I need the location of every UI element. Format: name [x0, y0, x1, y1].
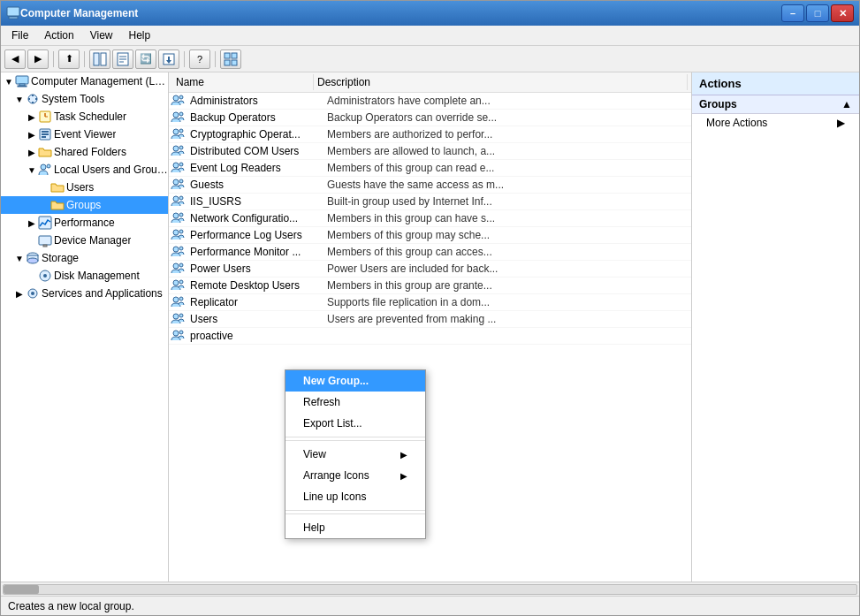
row-desc: Users are prevented from making ...: [327, 313, 691, 325]
sidebar-label-storage: Storage: [42, 252, 79, 264]
list-item[interactable]: Cryptographic Operat... Members are auth…: [169, 126, 691, 143]
properties-button[interactable]: [112, 49, 133, 69]
list-item[interactable]: Network Configuratio... Members in this …: [169, 210, 691, 227]
actions-collapse-icon[interactable]: ▲: [841, 98, 852, 110]
sidebar-item-services-apps[interactable]: ▶ Services and Applications: [1, 285, 168, 302]
expand-icon-local-users[interactable]: ▼: [26, 165, 38, 175]
list-item[interactable]: Administrators Administrators have compl…: [169, 93, 691, 110]
sidebar-item-groups[interactable]: ▶ Groups: [1, 196, 168, 214]
context-menu-item-arrange-icons[interactable]: Arrange Icons▶: [285, 465, 425, 486]
svg-rect-33: [39, 217, 51, 229]
status-bar: Creates a new local group.: [1, 596, 859, 615]
row-name: Power Users: [190, 262, 327, 275]
list-item[interactable]: Remote Desktop Users Members in this gro…: [169, 278, 691, 294]
svg-point-69: [173, 314, 179, 319]
sidebar-item-performance[interactable]: ▶ Performance: [1, 214, 168, 232]
sidebar-item-device-manager[interactable]: ▶ Device Manager: [1, 232, 168, 249]
menu-action[interactable]: Action: [37, 27, 80, 43]
svg-rect-15: [232, 60, 237, 65]
sidebar-item-event-viewer[interactable]: ▶ Event Viewer: [1, 125, 168, 143]
context-menu-item-view[interactable]: View▶: [285, 444, 425, 465]
expand-icon-performance[interactable]: ▶: [26, 218, 38, 228]
performance-icon: [38, 216, 52, 230]
list-item[interactable]: Performance Log Users Members of this gr…: [169, 227, 691, 244]
minimize-button[interactable]: –: [781, 4, 804, 22]
list-item[interactable]: IIS_IUSRS Built-in group used by Interne…: [169, 194, 691, 210]
actions-section-groups[interactable]: Groups ▲: [692, 95, 859, 114]
row-desc: Members in this group are grante...: [327, 279, 691, 292]
list-item[interactable]: Event Log Readers Members of this group …: [169, 160, 691, 177]
col-description[interactable]: Description: [314, 74, 688, 90]
sidebar-item-shared-folders[interactable]: ▶ Shared Folders: [1, 143, 168, 161]
menu-bar: File Action View Help: [1, 26, 859, 46]
expand-icon-event[interactable]: ▶: [26, 130, 38, 140]
menu-help[interactable]: Help: [122, 27, 158, 43]
refresh-button[interactable]: 🔄: [135, 49, 156, 69]
sidebar-item-computer-management[interactable]: ▼ Computer Management (Local: [1, 72, 168, 90]
expand-icon-services[interactable]: ▶: [13, 289, 26, 299]
view-button[interactable]: [220, 49, 241, 69]
export-button[interactable]: [158, 49, 179, 69]
back-button[interactable]: ◀: [4, 49, 26, 69]
row-name: Remote Desktop Users: [190, 279, 327, 292]
list-item[interactable]: Performance Monitor ... Members of this …: [169, 244, 691, 261]
list-item[interactable]: Replicator Supports file replication in …: [169, 294, 691, 311]
context-menu-item-new-group[interactable]: New Group...: [285, 370, 425, 392]
ctx-label: View: [303, 448, 326, 460]
row-name: Network Configuratio...: [190, 212, 327, 224]
svg-point-58: [179, 213, 183, 217]
expand-icon[interactable]: ▼: [3, 77, 15, 87]
scrollbar-thumb[interactable]: [4, 585, 39, 594]
help-button[interactable]: ?: [189, 49, 210, 69]
list-item[interactable]: Backup Operators Backup Operators can ov…: [169, 110, 691, 126]
expand-icon-system-tools[interactable]: ▼: [13, 95, 26, 104]
svg-point-49: [173, 146, 179, 151]
menu-view[interactable]: View: [83, 27, 120, 43]
submenu-arrow: ▶: [400, 471, 407, 481]
svg-point-32: [47, 164, 50, 168]
up-button[interactable]: ⬆: [58, 49, 80, 69]
context-menu-item-export-list[interactable]: Export List...: [285, 413, 425, 434]
list-item[interactable]: Guests Guests have the same access as m.…: [169, 177, 691, 194]
sidebar-item-disk-management[interactable]: ▶ Disk Management: [1, 267, 168, 285]
maximize-button[interactable]: □: [806, 4, 829, 22]
svg-point-57: [173, 213, 179, 218]
context-menu-item-help[interactable]: Help: [285, 517, 425, 538]
sidebar-item-local-users[interactable]: ▼ Local Users and Groups: [1, 161, 168, 179]
svg-point-59: [173, 230, 179, 235]
close-button[interactable]: ✕: [831, 4, 854, 22]
col-name[interactable]: Name: [172, 74, 314, 90]
svg-point-55: [173, 196, 179, 202]
actions-more-actions[interactable]: More Actions ▶: [692, 114, 859, 132]
svg-rect-29: [42, 133, 49, 135]
row-desc: Members of this group can acces...: [327, 246, 691, 258]
context-menu-item-line-up-icons[interactable]: Line up Icons: [285, 486, 425, 507]
svg-point-43: [173, 95, 179, 101]
expand-icon-shared[interactable]: ▶: [26, 148, 38, 157]
expand-icon-storage[interactable]: ▼: [13, 254, 26, 263]
menu-file[interactable]: File: [4, 27, 35, 43]
row-name: Performance Log Users: [190, 229, 327, 241]
list-item[interactable]: Users Users are prevented from making ..…: [169, 311, 691, 328]
sidebar-item-system-tools[interactable]: ▼ System Tools: [1, 90, 168, 108]
horizontal-scrollbar[interactable]: [3, 584, 857, 595]
row-name: Distributed COM Users: [190, 145, 327, 157]
list-item[interactable]: Distributed COM Users Members are allowe…: [169, 143, 691, 160]
row-icon: [171, 110, 188, 125]
list-item[interactable]: proactive: [169, 328, 691, 345]
context-menu-item-refresh[interactable]: Refresh: [285, 392, 425, 413]
show-hide-button[interactable]: [89, 49, 110, 69]
svg-rect-16: [16, 76, 28, 84]
expand-icon-task[interactable]: ▶: [26, 112, 38, 122]
row-icon: [171, 228, 188, 242]
svg-point-46: [179, 112, 183, 116]
list-item[interactable]: Power Users Power Users are included for…: [169, 261, 691, 278]
sidebar-item-task-scheduler[interactable]: ▶ Task Scheduler: [1, 108, 168, 125]
row-desc: Administrators have complete an...: [327, 95, 691, 107]
sidebar-item-users[interactable]: ▶ Users: [1, 179, 168, 196]
row-name: Guests: [190, 179, 327, 191]
forward-button[interactable]: ▶: [27, 49, 49, 69]
ctx-label: Refresh: [303, 396, 340, 408]
sidebar-item-storage[interactable]: ▼ Storage: [1, 249, 168, 267]
svg-point-63: [173, 263, 179, 269]
